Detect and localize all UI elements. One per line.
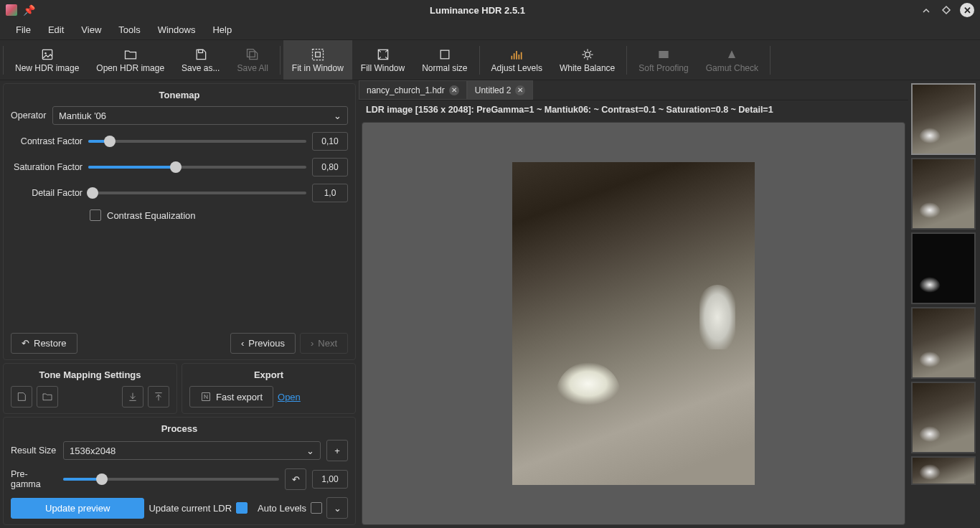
- maximize-button[interactable]: [940, 4, 953, 16]
- contrast-factor-value[interactable]: 0,10: [312, 132, 348, 151]
- process-title: Process: [11, 423, 348, 434]
- previous-button[interactable]: ‹Previous: [230, 333, 296, 354]
- main-area: nancy_church_1.hdr✕ Untitled 2✕ LDR imag…: [359, 80, 908, 528]
- result-size-select[interactable]: 1536x2048: [63, 441, 321, 460]
- fit-window-button[interactable]: Fit in Window: [283, 40, 352, 80]
- tone-mapping-settings-panel: Tone Mapping Settings: [3, 363, 177, 414]
- thumbnail[interactable]: [911, 158, 976, 230]
- thumbnail[interactable]: [911, 456, 976, 485]
- import-settings-button[interactable]: [122, 386, 143, 407]
- open-hdr-button[interactable]: Open HDR image: [88, 40, 173, 80]
- detail-factor-slider[interactable]: [88, 186, 306, 200]
- minimize-button[interactable]: [920, 4, 933, 16]
- fast-export-button[interactable]: Fast export: [189, 386, 273, 407]
- export-title: Export: [189, 369, 348, 380]
- tabs: nancy_church_1.hdr✕ Untitled 2✕: [359, 80, 908, 100]
- tab-nancy-church[interactable]: nancy_church_1.hdr✕: [359, 80, 467, 100]
- menu-file[interactable]: File: [7, 22, 39, 38]
- pin-icon[interactable]: 📌: [23, 4, 35, 16]
- window-title: Luminance HDR 2.5.1: [35, 5, 920, 16]
- app-icon: [6, 4, 17, 16]
- svg-rect-4: [315, 52, 320, 57]
- image-info: LDR image [1536 x 2048]: PreGamma=1 ~ Ma…: [359, 100, 908, 119]
- thumbnail[interactable]: [911, 232, 976, 304]
- next-button: ›Next: [300, 333, 348, 354]
- preview-image: [512, 162, 755, 485]
- update-preview-button[interactable]: Update preview: [11, 498, 144, 519]
- contrast-eq-checkbox[interactable]: [90, 209, 101, 221]
- pregamma-reset-button[interactable]: ↶: [285, 468, 306, 490]
- undo-icon: ↶: [22, 338, 29, 349]
- close-button[interactable]: ✕: [960, 3, 974, 17]
- new-hdr-button[interactable]: New HDR image: [6, 40, 88, 80]
- chevron-left-icon: ‹: [241, 338, 244, 349]
- tonemap-title: Tonemap: [11, 90, 348, 100]
- saturation-factor-value[interactable]: 0,80: [312, 158, 348, 176]
- white-balance-button[interactable]: White Balance: [551, 40, 623, 80]
- menubar: File Edit View Tools Windows Help: [0, 20, 980, 40]
- soft-proofing-button: Soft Proofing: [630, 40, 697, 80]
- menu-tools[interactable]: Tools: [110, 22, 149, 38]
- svg-rect-2: [198, 50, 202, 52]
- contrast-factor-slider[interactable]: [88, 134, 306, 148]
- save-all-button: Save All: [228, 40, 276, 80]
- normal-size-button[interactable]: Normal size: [413, 40, 476, 80]
- detail-factor-value[interactable]: 1,0: [312, 184, 348, 202]
- open-settings-button[interactable]: [37, 386, 58, 407]
- pregamma-value[interactable]: 1,00: [312, 470, 348, 489]
- result-size-label: Result Size: [11, 446, 57, 456]
- thumbnail[interactable]: [911, 307, 976, 379]
- update-ldr-checkbox[interactable]: [236, 502, 248, 514]
- menu-view[interactable]: View: [72, 22, 110, 38]
- svg-point-1: [44, 52, 47, 55]
- close-icon[interactable]: ✕: [515, 85, 525, 95]
- process-menu-button[interactable]: ⌄: [326, 497, 348, 519]
- auto-levels-checkbox[interactable]: [311, 502, 322, 514]
- adjust-levels-button[interactable]: Adjust Levels: [483, 40, 551, 80]
- image-canvas[interactable]: [362, 122, 905, 525]
- thumbnail[interactable]: [911, 382, 976, 453]
- restore-button[interactable]: ↶Restore: [11, 333, 77, 354]
- menu-help[interactable]: Help: [204, 22, 240, 38]
- close-icon[interactable]: ✕: [449, 85, 459, 95]
- menu-windows[interactable]: Windows: [149, 22, 204, 38]
- svg-rect-6: [440, 50, 449, 59]
- operator-label: Operator: [11, 110, 47, 121]
- pregamma-slider[interactable]: [63, 472, 279, 486]
- fill-window-button[interactable]: Fill Window: [352, 40, 413, 80]
- contrast-factor-label: Contrast Factor: [11, 136, 83, 146]
- svg-point-7: [585, 52, 590, 57]
- detail-factor-label: Detail Factor: [11, 188, 83, 198]
- export-open-link[interactable]: Open: [278, 392, 301, 402]
- process-panel: Process Result Size 1536x2048 + Pre-gamm…: [3, 417, 356, 525]
- tms-title: Tone Mapping Settings: [11, 369, 169, 380]
- thumbnail[interactable]: [911, 83, 976, 155]
- add-size-button[interactable]: +: [326, 440, 348, 461]
- thumbnail-strip[interactable]: [908, 80, 980, 528]
- export-settings-button[interactable]: [148, 386, 169, 407]
- toolbar: New HDR image Open HDR image Save as... …: [0, 40, 980, 80]
- saturation-factor-label: Saturation Factor: [11, 162, 83, 172]
- pregamma-label: Pre-gamma: [11, 469, 57, 489]
- chevron-right-icon: ›: [311, 338, 314, 349]
- operator-select[interactable]: Mantiuk '06: [52, 106, 348, 125]
- menu-edit[interactable]: Edit: [39, 22, 72, 38]
- contrast-eq-label: Contrast Equalization: [107, 210, 196, 221]
- save-as-button[interactable]: Save as...: [173, 40, 228, 80]
- titlebar: 📌 Luminance HDR 2.5.1 ✕: [0, 0, 980, 20]
- auto-levels-label: Auto Levels: [258, 503, 306, 514]
- saturation-factor-slider[interactable]: [88, 160, 306, 174]
- tab-untitled[interactable]: Untitled 2✕: [467, 80, 534, 100]
- left-panel: Tonemap Operator Mantiuk '06 Contrast Fa…: [0, 80, 359, 528]
- svg-rect-3: [312, 49, 323, 60]
- svg-rect-8: [659, 51, 668, 58]
- save-settings-button[interactable]: [11, 386, 32, 407]
- gamut-check-button: Gamut Check: [697, 40, 767, 80]
- export-panel: Export Fast export Open: [182, 363, 356, 414]
- update-ldr-label: Update current LDR: [149, 503, 232, 514]
- tonemap-panel: Tonemap Operator Mantiuk '06 Contrast Fa…: [3, 83, 356, 360]
